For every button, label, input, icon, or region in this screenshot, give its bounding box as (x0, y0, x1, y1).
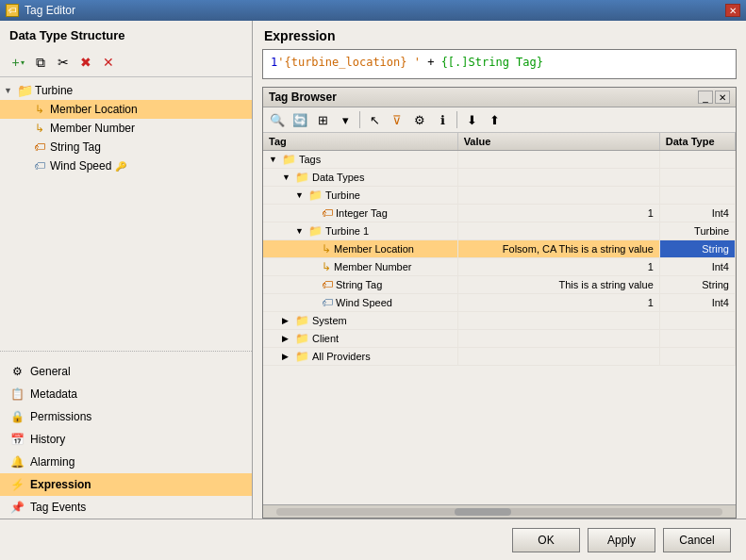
table-row[interactable]: ▼📁Tags (263, 151, 736, 169)
tb-refresh-btn[interactable]: 🔄 (290, 110, 310, 129)
value-cell (457, 151, 659, 169)
cut-button[interactable]: ✂ (53, 52, 74, 73)
table-row[interactable]: ▶📁System (263, 312, 736, 330)
row-label: Member Number (334, 261, 412, 272)
row-icon: 🏷 (322, 278, 333, 291)
tag-icon: 🏷 (32, 140, 47, 155)
tag-cell: ▶📁System (263, 312, 457, 330)
value-cell (457, 330, 659, 348)
tb-sep2 (456, 111, 457, 128)
tree-root-turbine[interactable]: ▼ 📁 Turbine (0, 81, 252, 100)
tb-search-btn[interactable]: 🔍 (267, 110, 288, 129)
tag-browser-title: Tag Browser (269, 91, 337, 104)
table-row[interactable]: ▶📁All Providers (263, 348, 736, 366)
nav-expression[interactable]: ⚡ Expression (0, 473, 252, 496)
nav-history[interactable]: 📅 History (0, 428, 252, 451)
datatype-cell (659, 169, 735, 187)
cancel-button[interactable]: Cancel (663, 528, 731, 552)
col-tag: Tag (263, 133, 457, 151)
expand-arrow: ▶ (282, 316, 295, 325)
data-type-tree[interactable]: ▼ 📁 Turbine ↳ Member Location ↳ Member N… (0, 77, 252, 347)
app-icon: 🏷 (6, 4, 19, 17)
expr-bracket: {[.]String Tag} (441, 56, 543, 69)
table-row[interactable]: ↳Member Number1Int4 (263, 258, 736, 276)
nav-tag-events[interactable]: 📌 Tag Events (0, 496, 252, 519)
tree-label: Turbine (35, 84, 73, 97)
tag-data-table: Tag Value Data Type ▼📁Tags▼📁Data Types▼📁… (263, 133, 736, 366)
tb-dropdown-btn[interactable]: ▾ (335, 110, 356, 129)
tag-browser: Tag Browser _ ✕ 🔍 🔄 ⊞ ▾ ↖ ⊽ ⚙ ℹ (262, 87, 737, 519)
expr-brace1: '{turbine_location} ' (277, 56, 421, 69)
tag-browser-header: Tag Browser _ ✕ (263, 88, 736, 107)
copy-button[interactable]: ⧉ (30, 52, 51, 73)
row-label: Client (312, 333, 339, 344)
table-row[interactable]: ▼📁Data Types (263, 169, 736, 187)
history-icon: 📅 (9, 432, 25, 447)
tree-member-number[interactable]: ↳ Member Number (0, 119, 252, 138)
tag-events-icon: 📌 (9, 500, 25, 515)
ok-button[interactable]: OK (512, 528, 580, 552)
datatype-cell: String (659, 276, 735, 294)
member-icon: ↳ (32, 102, 47, 117)
value-cell: 1 (457, 258, 659, 276)
alarming-icon: 🔔 (9, 454, 25, 469)
col-datatype: Data Type (659, 133, 735, 151)
table-row[interactable]: ▼📁Turbine (263, 187, 736, 205)
tag-table[interactable]: Tag Value Data Type ▼📁Tags▼📁Data Types▼📁… (263, 133, 736, 504)
table-row[interactable]: 🏷Wind Speed1Int4 (263, 294, 736, 312)
tag-cell: ▶📁Client (263, 330, 457, 348)
tb-sep1 (359, 111, 360, 128)
tree-member-location[interactable]: ↳ Member Location (0, 100, 252, 119)
row-label: String Tag (336, 279, 382, 290)
apply-button[interactable]: Apply (588, 528, 655, 552)
datatype-cell: Int4 (659, 258, 735, 276)
tag-cell: ▶📁All Providers (263, 348, 457, 366)
tb-filter-btn[interactable]: ⊽ (387, 110, 407, 129)
tb-pointer-btn[interactable]: ↖ (364, 110, 385, 129)
table-row[interactable]: 🏷String TagThis is a string valueString (263, 276, 736, 294)
tree-string-tag[interactable]: 🏷 String Tag (0, 138, 252, 156)
tb-info-btn[interactable]: ℹ (432, 110, 453, 129)
tb-export-btn[interactable]: ⬆ (484, 110, 505, 129)
nav-metadata[interactable]: 📋 Metadata (0, 383, 252, 405)
value-cell: 1 (457, 205, 659, 222)
nav-label: Metadata (30, 387, 77, 401)
row-icon: ↳ (322, 242, 331, 255)
datatype-cell: Turbine (659, 222, 735, 240)
right-panel: Expression 1'{turbine_location} ' + {[.]… (253, 21, 746, 519)
table-row[interactable]: ▼📁Turbine 1Turbine (263, 222, 736, 240)
table-row[interactable]: ▶📁Client (263, 330, 736, 348)
tree-label: Wind Speed (50, 159, 111, 173)
tb-settings-btn[interactable]: ⚙ (409, 110, 430, 129)
nav-label: General (30, 365, 71, 378)
tb-grid-btn[interactable]: ⊞ (312, 110, 333, 129)
close-browser-btn[interactable]: ✕ (715, 91, 730, 104)
row-icon: 📁 (295, 171, 309, 184)
row-label: Turbine (325, 189, 360, 201)
row-icon: 📁 (308, 224, 323, 238)
minimize-btn[interactable]: _ (698, 91, 713, 104)
delete-button[interactable]: ✖ (75, 52, 96, 73)
nav-permissions[interactable]: 🔒 Permissions (0, 405, 252, 428)
table-row[interactable]: ↳Member LocationFolsom, CA This is a str… (263, 240, 736, 258)
value-cell: 1 (457, 294, 659, 312)
value-cell (457, 187, 659, 205)
tb-import-btn[interactable]: ⬇ (461, 110, 482, 129)
close-button[interactable]: ✕ (725, 4, 740, 17)
add-button[interactable]: + (8, 52, 28, 73)
nav-label: Alarming (30, 455, 75, 469)
horizontal-scrollbar[interactable] (263, 504, 736, 518)
expand-arrow: ▶ (282, 352, 295, 361)
nav-divider (0, 351, 252, 356)
tag-cell: 🏷String Tag (263, 276, 457, 294)
row-icon: 🏷 (322, 206, 333, 220)
nav-alarming[interactable]: 🔔 Alarming (0, 451, 252, 473)
table-row[interactable]: 🏷Integer Tag1Int4 (263, 205, 736, 222)
expression-editor[interactable]: 1'{turbine_location} ' + {[.]String Tag} (262, 49, 737, 79)
tree-wind-speed[interactable]: 🏷 Wind Speed 🔑 (0, 156, 252, 175)
tag-cell: ▼📁Turbine 1 (263, 222, 457, 240)
row-icon: 📁 (295, 314, 309, 327)
remove-button[interactable]: ✕ (98, 52, 119, 73)
nav-general[interactable]: ⚙ General (0, 360, 252, 383)
expand-arrow: ▶ (282, 334, 295, 343)
